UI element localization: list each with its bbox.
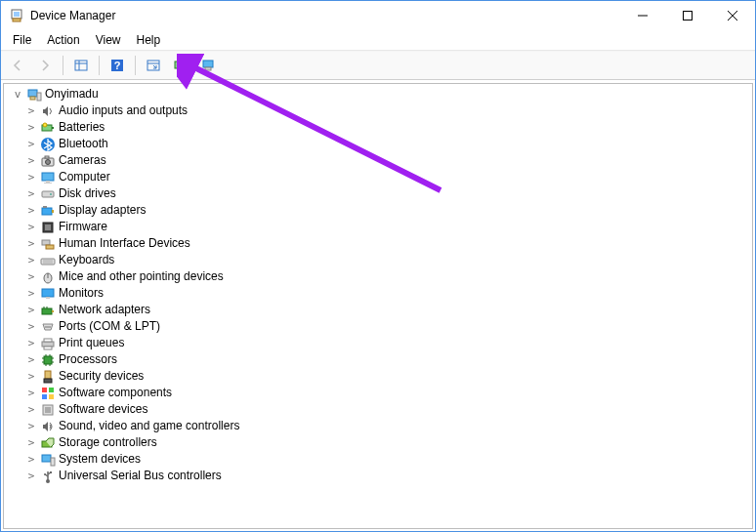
forward-button[interactable] [32,53,58,78]
show-hide-console-tree-button[interactable] [68,53,94,78]
usb-controller-icon [39,469,57,484]
svg-rect-29 [44,183,52,184]
tree-item[interactable]: > Cameras [4,152,752,169]
expand-toggle-icon[interactable]: > [23,285,39,302]
tree-item[interactable]: > Keyboards [4,252,752,268]
tree-root[interactable]: v Onyimadu [4,86,752,102]
add-legacy-hardware-button[interactable] [195,53,221,78]
tree-item[interactable]: > Universal Serial Bus controllers [4,468,752,484]
tree-item-label: Computer [57,169,110,185]
toolbar: ? [1,51,755,80]
svg-rect-79 [50,471,52,473]
svg-rect-39 [41,259,55,265]
expand-toggle-icon[interactable]: > [23,185,39,202]
expand-toggle-icon[interactable]: > [23,219,39,235]
expand-toggle-icon[interactable]: > [23,335,39,351]
ports-icon [39,319,57,335]
expand-toggle-icon[interactable]: > [23,418,39,434]
tree-item[interactable]: > Bluetooth [4,136,752,152]
print-queue-icon [39,336,57,351]
svg-rect-2 [13,19,21,21]
svg-rect-65 [45,371,51,379]
mouse-icon [39,269,57,285]
svg-rect-55 [44,347,52,349]
tree-item[interactable]: > Ports (COM & LPT) [4,318,752,335]
close-button[interactable] [710,1,755,30]
expand-toggle-icon[interactable]: > [23,302,39,318]
expand-toggle-icon[interactable]: > [23,268,39,285]
tree-item[interactable]: > Audio inputs and outputs [4,102,752,119]
tree-item[interactable]: > Processors [4,351,752,368]
tree-item[interactable]: > Disk drives [4,185,752,202]
tree-item-label: Universal Serial Bus controllers [57,468,222,484]
tree-item[interactable]: > Human Interface Devices [4,235,752,252]
expand-toggle-icon[interactable]: > [23,252,39,268]
window-controls [620,1,755,30]
expand-toggle-icon[interactable]: > [23,102,39,119]
expand-toggle-icon[interactable]: > [23,119,39,136]
tree-item[interactable]: > Batteries [4,119,752,136]
tree-item-label: Software components [57,385,172,401]
expand-toggle-icon[interactable]: > [23,202,39,219]
expand-toggle-icon[interactable]: > [23,434,39,451]
menu-view[interactable]: View [90,32,127,48]
svg-rect-44 [42,289,54,297]
svg-rect-66 [44,379,52,383]
hid-icon [39,236,57,252]
expand-toggle-icon[interactable]: > [23,152,39,169]
tree-item-label: Bluetooth [57,136,108,152]
svg-rect-7 [75,61,87,70]
back-button[interactable] [5,53,30,78]
expand-toggle-icon[interactable]: > [23,468,39,484]
svg-rect-14 [175,61,183,68]
tree-item[interactable]: > Security devices [4,368,752,385]
tree-item-label: Batteries [57,119,105,136]
tree-item[interactable]: > Sound, video and game controllers [4,418,752,434]
software-device-icon [39,402,57,418]
tree-item[interactable]: > Display adapters [4,202,752,219]
svg-rect-72 [45,407,51,413]
menu-file[interactable]: File [7,32,37,48]
tree-item[interactable]: > Software components [4,385,752,401]
expand-toggle-icon[interactable]: > [23,451,39,468]
expand-toggle-icon[interactable]: > [23,318,39,335]
tree-item[interactable]: > Storage controllers [4,434,752,451]
scan-hardware-button[interactable] [168,53,193,78]
tree-item[interactable]: > Computer [4,169,752,185]
tree-item[interactable]: > Firmware [4,219,752,235]
sound-controller-icon [39,419,57,434]
menu-action[interactable]: Action [41,32,85,48]
expand-toggle-icon[interactable]: > [23,235,39,252]
system-device-icon [39,452,57,468]
svg-point-31 [50,193,52,195]
tree-item[interactable]: > System devices [4,451,752,468]
maximize-button[interactable] [665,1,710,30]
tree-item-label: Print queues [57,335,124,351]
expand-toggle-icon[interactable]: > [23,385,39,401]
svg-rect-54 [44,339,52,342]
collapse-toggle-icon[interactable]: v [10,86,25,102]
expand-toggle-icon[interactable]: > [23,401,39,418]
expand-toggle-icon[interactable]: > [23,351,39,368]
expand-toggle-icon[interactable]: > [23,169,39,185]
battery-icon [39,120,57,136]
minimize-button[interactable] [620,1,665,30]
tree-item[interactable]: > Monitors [4,285,752,302]
menu-help[interactable]: Help [131,32,167,48]
tree-item[interactable]: > Software devices [4,401,752,418]
tree-item[interactable]: > Network adapters [4,302,752,318]
expand-toggle-icon[interactable]: > [23,136,39,152]
processor-icon [39,352,57,368]
tree-item[interactable]: > Print queues [4,335,752,351]
action-window-button[interactable] [141,53,166,78]
titlebar: Device Manager [1,1,755,30]
help-button[interactable]: ? [105,53,130,78]
tree-item-label: Network adapters [57,302,150,318]
device-tree[interactable]: v Onyimadu > Audio inputs and outputs > … [3,83,753,529]
svg-rect-33 [43,206,47,208]
svg-rect-32 [42,208,52,215]
tree-item[interactable]: > Mice and other pointing devices [4,268,752,285]
expand-toggle-icon[interactable]: > [23,368,39,385]
svg-rect-4 [684,12,693,20]
svg-rect-47 [52,310,54,312]
